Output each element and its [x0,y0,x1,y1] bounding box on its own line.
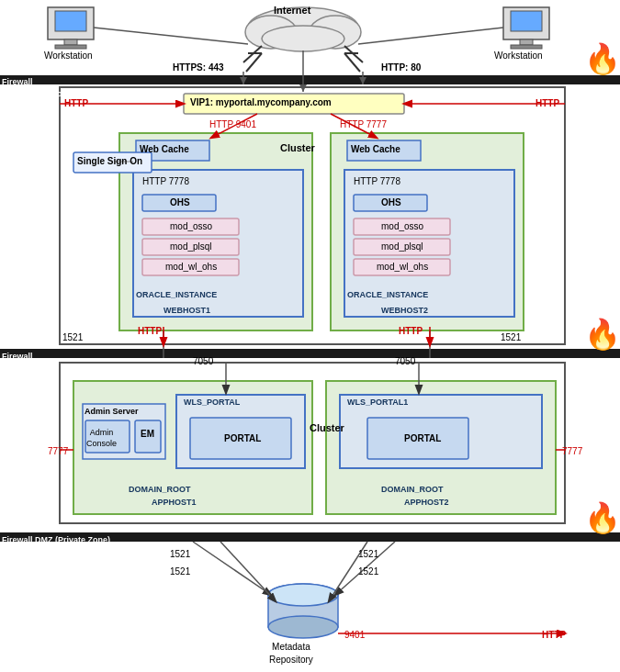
svg-line-17 [344,53,360,72]
firewall-icon-bottom-right: 🔥 [584,500,620,535]
svg-point-50 [268,584,338,606]
apphost1-label: APPHOST1 [152,498,197,507]
portal-left-label: PORTAL [224,433,261,443]
http-7777-label: HTTP 7777 [340,119,387,129]
port-7777-left-label: 7777 [48,446,68,456]
firewall-dmz-db-label: Firewall DMZ (Private Zone) Database Tie… [2,534,110,558]
svg-rect-0 [48,7,94,39]
domain-root-right-label: DOMAIN_ROOT [381,485,444,494]
oracle-instance-right-label: ORACLE_INSTANCE [347,290,428,299]
svg-line-15 [344,46,363,62]
http-top-left-label: HTTP [64,98,88,108]
domain-root-left-label: DOMAIN_ROOT [129,485,191,494]
workstation-left-label: Workstation [44,50,93,61]
svg-rect-1 [55,11,86,31]
portal-right-label: PORTAL [404,433,441,443]
svg-rect-22 [119,133,312,330]
port-1521-db2-label: 1521 [170,566,190,577]
svg-rect-4 [503,7,549,39]
workstation-right-label: Workstation [494,50,543,61]
svg-rect-7 [511,45,542,49]
svg-line-14 [246,53,262,72]
svg-rect-21 [60,87,565,344]
mod-wl-ohs-left-label: mod_wl_ohs [165,262,217,272]
cluster-label: Cluster [280,142,315,153]
webhost2-label: WEBHOST2 [381,306,428,315]
svg-marker-60 [299,84,307,92]
http-9401-label: HTTP 9401 [209,119,256,129]
http-80-label: HTTP: 80 [381,62,421,73]
main-diagram: 🔥 🔥 🔥 [0,0,620,672]
port-1521-db1-label: 1521 [170,549,190,559]
admin-console-label: Admin Console [86,427,117,449]
svg-point-49 [268,616,338,638]
mod-plsql-left-label: mod_plsql [170,241,212,252]
svg-point-11 [262,26,344,51]
svg-rect-29 [331,133,524,330]
svg-marker-52 [240,77,247,84]
wls-portal-left-label: WLS_PORTAL [184,398,240,407]
svg-line-12 [243,46,262,62]
svg-rect-5 [511,11,542,31]
mod-wl-ohs-right-label: mod_wl_ohs [377,262,428,272]
ohs-left-label: OHS [170,197,190,207]
mod-osso-right-label: mod_osso [381,221,423,231]
firewall-band-middle [0,349,620,358]
firewall-icon-middle-right: 🔥 [584,317,620,352]
svg-point-47 [268,584,338,606]
svg-rect-37 [60,363,565,523]
port-9401-db-label: 9401 [344,630,365,640]
port-1521-db3-label: 1521 [358,549,378,559]
http-7778-left-label: HTTP 7778 [142,176,189,186]
firewall-icon-top-right: 🔥 [584,41,620,76]
svg-line-70 [193,542,271,595]
port-1521-db4-label: 1521 [358,566,378,577]
svg-point-9 [245,16,297,49]
firewall-dmz-app-label: Firewall DMZ (Private Zone) Application … [2,351,47,422]
oracle-instance-left-label: ORACLE_INSTANCE [136,290,217,299]
http-bottom-right-label: HTTP [399,326,423,336]
svg-rect-3 [55,45,86,49]
port-7050-right-label: 7050 [395,356,415,366]
http-bottom-left-label: HTTP [138,326,162,336]
mod-osso-left-label: mod_osso [170,221,212,231]
port-7777-right-label: 7777 [562,446,582,456]
ohs-right-label: OHS [381,197,401,207]
web-cache-right-label: Web Cache [351,144,400,154]
svg-rect-6 [520,39,533,45]
svg-line-18 [94,28,248,44]
web-cache-left-label: Web Cache [140,144,189,154]
port-1521-right-label: 1521 [501,332,521,342]
mod-plsql-right-label: mod_plsql [381,241,423,252]
http-db-right-label: HTTP [542,630,566,640]
webhost1-label: WEBHOST1 [163,306,210,315]
port-1521-left-label: 1521 [62,332,83,342]
svg-rect-48 [268,595,338,627]
svg-point-10 [310,16,361,49]
https-443-label: HTTPS: 443 [173,62,224,73]
port-7050-left-label: 7050 [193,356,213,366]
metadata-repository-label: Metadata Repository [269,641,313,666]
cluster2-label: Cluster [310,422,344,433]
single-sign-on-label: Single Sign On [77,156,142,166]
svg-line-71 [220,542,276,601]
http-top-right-label: HTTP [535,98,559,108]
wls-portal-right-label: WLS_PORTAL1 [347,398,408,407]
admin-server-label: Admin Server [85,407,139,416]
vip1-label: VIP1: myportal.mycompany.com [190,97,332,107]
internet-label: Internet [274,5,310,16]
em-label: EM [141,429,154,439]
apphost2-label: APPHOST2 [404,498,449,507]
http-7778-right-label: HTTP 7778 [354,176,400,186]
firewall-band-top [0,75,620,84]
svg-marker-54 [359,77,366,84]
svg-rect-2 [64,39,77,45]
svg-line-19 [358,28,503,44]
